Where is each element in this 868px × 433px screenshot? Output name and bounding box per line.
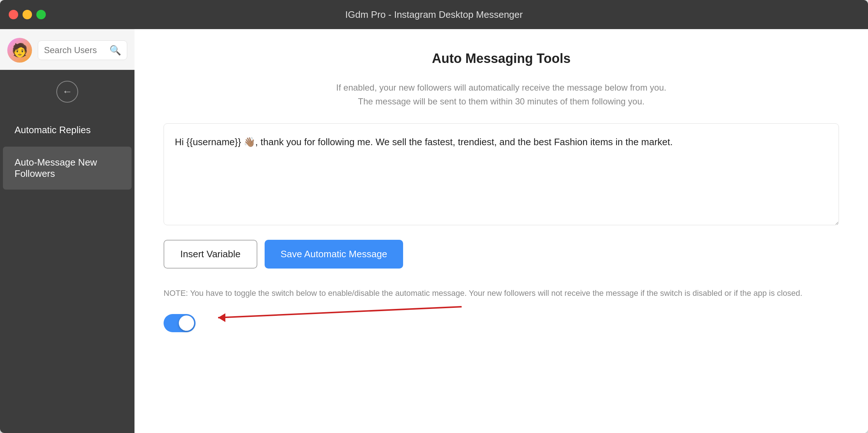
sidebar-item-auto-message-new-followers[interactable]: Auto-Message New Followers — [3, 147, 132, 190]
subtitle: If enabled, your new followers will auto… — [164, 81, 839, 109]
maximize-button[interactable] — [36, 10, 46, 19]
toggle-knob — [179, 315, 194, 331]
toggle-container — [164, 314, 839, 332]
message-textarea[interactable]: Hi {{username}} 👋🏽, thank you for follow… — [164, 123, 839, 225]
toggle-section — [164, 314, 839, 332]
main-area: 🧑 🔍 ← Automatic Replies Auto-Message New… — [0, 29, 868, 433]
search-icon: 🔍 — [109, 45, 121, 56]
title-bar: IGdm Pro - Instagram Desktop Messenger — [0, 0, 868, 29]
sidebar-nav: Automatic Replies Auto-Message New Follo… — [0, 110, 134, 433]
search-input[interactable] — [44, 45, 106, 55]
back-button[interactable]: ← — [56, 81, 78, 103]
sidebar-header: 🧑 🔍 — [0, 29, 134, 70]
window-title: IGdm Pro - Instagram Desktop Messenger — [345, 9, 523, 20]
minimize-button[interactable] — [23, 10, 32, 19]
insert-variable-button[interactable]: Insert Variable — [164, 240, 257, 269]
button-row: Insert Variable Save Automatic Message — [164, 240, 839, 269]
auto-message-toggle[interactable] — [164, 314, 196, 332]
note-text: NOTE: You have to toggle the switch belo… — [164, 287, 839, 299]
sidebar: 🧑 🔍 ← Automatic Replies Auto-Message New… — [0, 29, 134, 433]
sidebar-item-automatic-replies[interactable]: Automatic Replies — [3, 114, 132, 146]
content-area: Auto Messaging Tools If enabled, your ne… — [134, 29, 868, 433]
app-window: IGdm Pro - Instagram Desktop Messenger 🧑… — [0, 0, 868, 433]
close-button[interactable] — [9, 10, 18, 19]
page-title: Auto Messaging Tools — [164, 51, 839, 66]
traffic-lights — [9, 10, 46, 19]
search-box[interactable]: 🔍 — [38, 40, 127, 60]
save-automatic-message-button[interactable]: Save Automatic Message — [265, 240, 403, 269]
avatar: 🧑 — [7, 38, 32, 63]
back-arrow-icon: ← — [62, 86, 72, 98]
